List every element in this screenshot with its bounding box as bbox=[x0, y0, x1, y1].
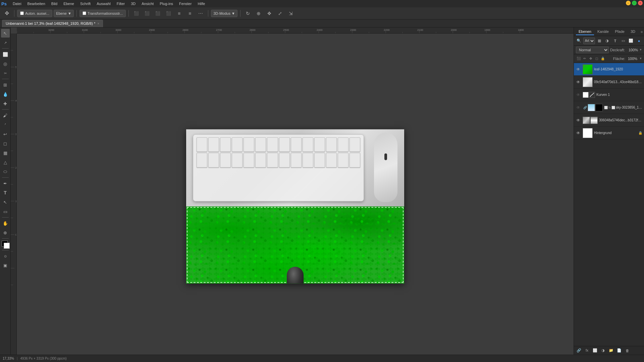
menu-datei[interactable]: Datei bbox=[10, 1, 24, 6]
align-more-icon[interactable]: ⋯ bbox=[196, 9, 205, 18]
delete-layer-btn[interactable]: 🗑 bbox=[624, 347, 631, 354]
lock-position-icon[interactable]: ✥ bbox=[588, 56, 593, 61]
auto-select-checkbox[interactable] bbox=[20, 11, 24, 15]
menu-hilfe[interactable]: Hilfe bbox=[195, 1, 208, 6]
orbit-3d-icon[interactable]: ⊕ bbox=[254, 9, 263, 18]
opacity-value[interactable]: 100% bbox=[626, 48, 638, 52]
layer-item-hash[interactable]: 👁 306048a5746dec...b3172fb3a6c08 bbox=[574, 114, 644, 127]
screen-mode-tool[interactable]: ▣ bbox=[1, 261, 10, 270]
filter-on-toggle[interactable]: ● bbox=[635, 38, 643, 44]
shape-tool[interactable]: ▭ bbox=[1, 207, 10, 216]
scale-3d-icon[interactable]: ⇲ bbox=[286, 9, 296, 18]
panel-tab-3d[interactable]: 3D bbox=[628, 28, 638, 35]
layer-item-desk[interactable]: 👁 09c540af70d13...43ce46bd183f2 bbox=[574, 76, 644, 88]
eyedropper-tool[interactable]: 💧 bbox=[1, 90, 10, 99]
menu-filter[interactable]: Filter bbox=[114, 1, 127, 6]
rotate-3d-icon[interactable]: ↻ bbox=[243, 9, 253, 18]
pen-tool[interactable]: ✒ bbox=[1, 179, 10, 188]
transform-btn[interactable]: Transformationssstr... bbox=[79, 10, 126, 17]
zoom-tool[interactable]: ⊕ bbox=[1, 228, 10, 237]
lock-transparent-icon[interactable]: ⬛ bbox=[576, 56, 581, 61]
menu-bearbeiten[interactable]: Bearbeiten bbox=[25, 1, 48, 6]
quick-selection-tool[interactable]: ✂ bbox=[1, 69, 10, 77]
filter-pixel-btn[interactable]: ▦ bbox=[596, 38, 603, 44]
align-center-icon[interactable]: ⬛ bbox=[142, 9, 152, 18]
canvas-content[interactable] bbox=[17, 34, 574, 355]
layer-visibility-sky[interactable]: 👁 bbox=[575, 105, 581, 111]
auto-select-btn[interactable]: Auton. auswi... bbox=[17, 10, 52, 17]
layer-visibility-desk[interactable]: 👁 bbox=[575, 79, 581, 85]
layer-item-background[interactable]: 👁 Hintergrund 🔒 bbox=[574, 127, 644, 139]
menu-auswahl[interactable]: Auswahl bbox=[94, 1, 113, 6]
panel-tab-pfade[interactable]: Pfade bbox=[612, 28, 627, 35]
layer-item-leaf[interactable]: 👁 leaf-1482948_1920 bbox=[574, 63, 644, 76]
crop-tool[interactable]: ⊞ bbox=[1, 80, 10, 89]
filter-smart-btn[interactable]: ⬜ bbox=[628, 38, 635, 44]
layer-item-sky[interactable]: 👁 🔗 ⬜ fx ⬜ sky-30 bbox=[574, 101, 644, 114]
history-brush-tool[interactable]: ↩ bbox=[1, 130, 10, 138]
align-top-icon[interactable]: ⬛ bbox=[164, 9, 173, 18]
window-close[interactable]: × bbox=[638, 1, 643, 5]
filter-adjustment-btn[interactable]: ◑ bbox=[603, 38, 611, 44]
new-layer-btn[interactable]: 📄 bbox=[615, 347, 623, 354]
eraser-tool[interactable]: ◻ bbox=[1, 139, 10, 148]
3d-mode-dropdown[interactable]: 3D-Modus ▼ bbox=[211, 10, 237, 17]
layer-visibility-bg[interactable]: 👁 bbox=[575, 130, 581, 136]
canvas-area[interactable]: 3200 3100 3000 2900 2800 2700 2600 2500 … bbox=[11, 27, 574, 355]
menu-fenster[interactable]: Fenster bbox=[176, 1, 194, 6]
dodge-tool[interactable]: ⬭ bbox=[1, 167, 10, 176]
align-middle-icon[interactable]: ≡ bbox=[174, 9, 184, 18]
align-left-icon[interactable]: ⬛ bbox=[131, 9, 141, 18]
move-tool-icon[interactable]: ✥ bbox=[2, 9, 11, 18]
lock-all-icon[interactable]: 🔒 bbox=[600, 56, 605, 61]
pan-3d-icon[interactable]: ✥ bbox=[265, 9, 274, 18]
slide-3d-icon[interactable]: ⤢ bbox=[275, 9, 285, 18]
add-style-btn[interactable]: fx bbox=[583, 347, 591, 354]
path-selection-tool[interactable]: ↖ bbox=[1, 198, 10, 206]
lock-artboard-icon[interactable]: ◻ bbox=[594, 56, 599, 61]
quick-mask-tool[interactable]: ⊙ bbox=[1, 252, 10, 260]
window-minimize[interactable]: − bbox=[626, 1, 631, 5]
type-tool[interactable]: T bbox=[1, 188, 10, 197]
menu-ansicht[interactable]: Ansicht bbox=[139, 1, 156, 6]
layer-visibility-curves[interactable]: 👁 bbox=[575, 92, 581, 98]
document-tab[interactable]: Unbenannt-1 bei 17,3% (leaf-1482948_1920… bbox=[2, 20, 103, 27]
hand-tool[interactable]: ✋ bbox=[1, 219, 10, 228]
align-bottom-icon[interactable]: ≡ bbox=[185, 9, 195, 18]
panel-tab-kanaele[interactable]: Kanäle bbox=[595, 28, 611, 35]
panel-options-menu[interactable]: ≡ bbox=[639, 29, 644, 35]
link-layers-btn[interactable]: 🔗 bbox=[575, 347, 583, 354]
healing-brush-tool[interactable]: ✚ bbox=[1, 99, 10, 108]
lasso-tool[interactable]: ◎ bbox=[1, 59, 10, 68]
menu-3d[interactable]: 3D bbox=[128, 1, 138, 6]
menu-schrift[interactable]: Schrift bbox=[77, 1, 93, 6]
new-adjustment-btn[interactable]: ◑ bbox=[599, 347, 607, 354]
move-direct-tool[interactable]: ↗ bbox=[1, 38, 10, 47]
blend-mode-select[interactable]: Normal Auflösen Abdunkeln Multiplizieren bbox=[576, 47, 609, 53]
lock-image-icon[interactable]: ✏ bbox=[582, 56, 587, 61]
layer-item-curves[interactable]: 👁 Kurven 1 bbox=[574, 88, 644, 101]
fill-value[interactable]: 100% bbox=[628, 57, 637, 61]
menu-plugins[interactable]: Plug-ins bbox=[157, 1, 176, 6]
filter-shape-btn[interactable]: ▭ bbox=[620, 38, 627, 44]
menu-bild[interactable]: Bild bbox=[49, 1, 60, 6]
clone-stamp-tool[interactable]: ⎖ bbox=[1, 120, 10, 129]
new-group-btn[interactable]: 📁 bbox=[607, 347, 615, 354]
align-right-icon[interactable]: ⬛ bbox=[153, 9, 162, 18]
layer-dropdown[interactable]: Ebene ▼ bbox=[54, 10, 74, 17]
gradient-tool[interactable]: ▦ bbox=[1, 148, 10, 157]
marquee-tool[interactable]: ⬜ bbox=[1, 50, 10, 59]
brush-tool[interactable]: 🖌 bbox=[1, 111, 10, 120]
foreground-color[interactable] bbox=[1, 240, 10, 249]
transform-checkbox[interactable] bbox=[83, 11, 86, 15]
selection-tool[interactable]: ↖ bbox=[1, 29, 10, 38]
menu-ebene[interactable]: Ebene bbox=[61, 1, 77, 6]
layer-kind-filter[interactable]: Art bbox=[583, 38, 595, 44]
window-maximize[interactable]: □ bbox=[632, 1, 637, 5]
blur-tool[interactable]: △ bbox=[1, 158, 10, 167]
filter-type-btn[interactable]: T bbox=[611, 38, 619, 44]
layer-visibility-leaf[interactable]: 👁 bbox=[575, 66, 581, 72]
panel-tab-ebenen[interactable]: Ebenen bbox=[576, 28, 594, 35]
tab-close-btn[interactable]: × bbox=[97, 22, 99, 25]
add-mask-btn[interactable]: ⬜ bbox=[591, 347, 599, 354]
